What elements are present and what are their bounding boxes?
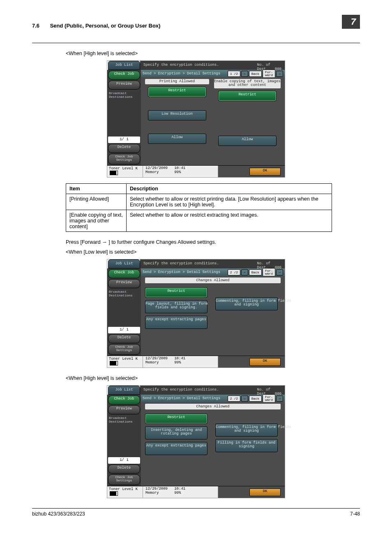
restrict-option-2[interactable]: Restrict <box>218 91 277 101</box>
low-resolution-option[interactable]: Low Resolution <box>148 110 206 120</box>
preview-button[interactable]: Preview <box>108 279 140 288</box>
section-header: 7.6 Send (Public, Personal, or Group Use… <box>32 23 160 29</box>
forward-arrow-icon[interactable]: ⇨ <box>276 395 283 402</box>
page-indicator: 1 /2 <box>228 71 240 77</box>
check-settings-button[interactable]: Check Job Settings <box>108 344 140 355</box>
enable-copying-header: Enable copying of text, images and other… <box>214 79 281 88</box>
section-title: Send (Public, Personal, or Group User Bo… <box>50 23 161 29</box>
delete-button[interactable]: Delete <box>108 465 140 474</box>
toner-bar-icon <box>110 491 118 496</box>
table-row: [Enable copying of text, images and othe… <box>66 210 332 232</box>
check-job-button[interactable]: Check Job <box>108 71 140 80</box>
pane-count: 1/ 1 <box>108 136 140 143</box>
ok-button[interactable]: OK <box>249 358 281 366</box>
allow-option[interactable]: Allow <box>148 134 206 144</box>
restrict-option[interactable]: Restrict <box>145 414 208 424</box>
preview-button[interactable]: Preview <box>108 81 140 90</box>
commenting-option[interactable]: Commenting, filling in form fields and s… <box>215 423 278 437</box>
any-except-option[interactable]: Any except extracting pages <box>145 442 208 455</box>
instruction-text: Specify the encryption conditions. <box>143 261 219 268</box>
table-row: [Printing Allowed] Select whether to all… <box>66 194 332 210</box>
job-list-tab[interactable]: Job List <box>108 259 140 268</box>
forward-button[interactable]: For- ward <box>263 268 275 276</box>
job-list-tab[interactable]: Job List <box>108 386 140 395</box>
forward-arrow-icon[interactable]: ⇨ <box>276 269 283 275</box>
page-layout-option[interactable]: Page layout, filling in form fields and … <box>145 300 208 313</box>
job-list-tab[interactable]: Job List <box>108 61 140 70</box>
instruction-text: Specify the encryption conditions. <box>143 63 219 70</box>
check-job-button[interactable]: Check Job <box>108 395 140 405</box>
description-table: Item Description [Printing Allowed] Sele… <box>66 183 332 232</box>
inserting-deleting-option[interactable]: Inserting, deleting and rotating pages <box>145 426 208 439</box>
mfp-panel-2: Job List Specify the encryption conditio… <box>107 259 285 368</box>
printing-allowed-header: Printing Allowed <box>145 79 209 84</box>
back-arrow-icon[interactable]: ⇦ <box>241 395 248 402</box>
chapter-badge: 7 <box>342 15 360 29</box>
restrict-option[interactable]: Restrict <box>145 287 208 298</box>
section-number: 7.6 <box>32 23 39 29</box>
ok-button[interactable]: OK <box>249 168 281 176</box>
filling-signing-option[interactable]: Filling in form fields and signing <box>215 439 278 452</box>
back-arrow-icon[interactable]: ⇦ <box>241 269 248 275</box>
mfp-panel-3: Job List Specify the encryption conditio… <box>107 385 285 498</box>
restrict-option[interactable]: Restrict <box>148 87 206 97</box>
forward-button[interactable]: For- ward <box>263 69 275 78</box>
toner-status: Toner Level K <box>107 166 143 177</box>
datetime-status: 12/29/2009 10:41 Memory 99% <box>143 166 218 177</box>
ok-button[interactable]: OK <box>249 488 281 496</box>
back-arrow-icon[interactable]: ⇦ <box>241 71 248 77</box>
footer-page: 7-48 <box>350 511 360 517</box>
check-settings-button[interactable]: Check Job Settings <box>108 154 140 164</box>
caption-low: <When [Low level] is selected> <box>66 249 360 255</box>
toner-bar-icon <box>110 171 118 175</box>
commenting-option[interactable]: Commenting, filling in form fields and s… <box>215 297 278 310</box>
allow-option-2[interactable]: Allow <box>218 136 277 146</box>
forward-arrow-icon[interactable]: ⇨ <box>276 71 283 77</box>
caption-high-1: <When [High level] is selected> <box>66 51 360 56</box>
forward-button[interactable]: For- ward <box>263 394 275 402</box>
caption-high-2: <When [High level] is selected> <box>66 375 360 381</box>
delete-button[interactable]: Delete <box>108 334 140 343</box>
changes-allowed-header: Changes Allowed <box>145 404 281 409</box>
delete-button[interactable]: Delete <box>108 144 140 153</box>
back-button[interactable]: Back <box>249 395 262 402</box>
preview-button[interactable]: Preview <box>108 405 140 414</box>
table-header-item: Item <box>66 184 127 194</box>
footer-model: bizhub 423/363/283/223 <box>32 511 85 517</box>
table-header-desc: Description <box>127 184 332 194</box>
changes-allowed-header: Changes Allowed <box>145 278 281 283</box>
toner-bar-icon <box>110 361 118 365</box>
mfp-panel-1: Job List Specify the encryption conditio… <box>107 60 285 178</box>
broadcast-label: Broadcast Destinations <box>108 90 140 99</box>
press-forward-text: Press [Forward → ] to further configure … <box>66 239 360 245</box>
back-button[interactable]: Back <box>249 269 262 275</box>
check-settings-button[interactable]: Check Job Settings <box>108 474 140 485</box>
back-button[interactable]: Back <box>249 71 262 77</box>
any-except-option[interactable]: Any except extracting pages <box>145 316 208 329</box>
check-job-button[interactable]: Check Job <box>108 269 140 278</box>
breadcrumb: Send > Encryption > Detail Settings <box>143 72 220 76</box>
